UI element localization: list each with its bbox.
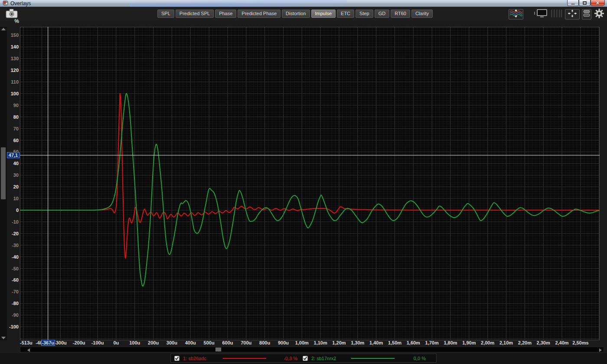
cursor-y-value: 47,1 xyxy=(7,152,20,158)
y-tick-label: 60 xyxy=(6,138,19,143)
tab-distortion[interactable]: Distortion xyxy=(282,10,310,18)
y-tick-label: 0 xyxy=(6,208,19,213)
tab-rt60[interactable]: RT60 xyxy=(391,10,410,18)
legend-trace-name: 1: sb26adc xyxy=(183,356,223,361)
y-tick-label: -70 xyxy=(6,289,19,294)
overlays-window: Overlays × SPLPredicted SPLPhasePredicte… xyxy=(0,0,607,364)
y-tick-label: 70 xyxy=(6,126,19,131)
y-tick-label: 90 xyxy=(6,103,19,108)
legend-trace-name: 2: sb17nrx2 xyxy=(311,356,351,361)
tab-step[interactable]: Step xyxy=(356,10,373,18)
trace-legend: 1: sb26adc-0,3 %2: sb17nrx20,0 % xyxy=(170,354,437,363)
y-tick-label: 120 xyxy=(6,68,19,73)
close-icon: × xyxy=(596,0,599,6)
y-tick-label: 140 xyxy=(6,44,19,49)
tab-phase[interactable]: Phase xyxy=(215,10,236,18)
y-tick-label: 10 xyxy=(6,196,19,201)
y-tick-label: -30 xyxy=(6,243,19,248)
tab-impulse[interactable]: Impulse xyxy=(311,10,336,18)
legend-trace-swatch xyxy=(223,358,266,359)
app-icon xyxy=(3,0,8,7)
align-overlays-button[interactable] xyxy=(509,9,523,20)
minimize-icon xyxy=(571,3,575,5)
minimize-button[interactable] xyxy=(567,0,579,6)
legend-bar: 1: sb26adc-0,3 %2: sb17nrx20,0 % xyxy=(0,353,607,364)
bars-icon xyxy=(550,9,562,20)
expand-arrows-icon xyxy=(567,10,578,19)
horizontal-scroll-thumb[interactable] xyxy=(215,348,221,351)
legend-checkbox-1[interactable] xyxy=(174,356,179,361)
legend-trace-swatch xyxy=(351,358,395,359)
legend-item-1: 1: sb26adc-0,3 % xyxy=(174,356,303,361)
legend-trace-value: -0,3 % xyxy=(266,356,297,361)
fit-to-window-button[interactable] xyxy=(565,9,580,20)
y-axis-unit: % xyxy=(10,18,19,24)
gear-icon[interactable] xyxy=(594,8,604,20)
trace-2 xyxy=(20,94,600,286)
y-tick-label: 80 xyxy=(6,114,19,120)
cursor-x-value: -367u xyxy=(41,340,55,346)
maximize-icon xyxy=(583,1,587,5)
y-tick-label: -100 xyxy=(6,324,19,329)
vertical-scroll-thumb[interactable] xyxy=(1,147,6,199)
legend-trace-value: 0,0 % xyxy=(395,356,426,361)
y-tick-label: -40 xyxy=(6,254,19,260)
y-tick-label: -10 xyxy=(6,219,19,224)
y-tick-label: 100 xyxy=(6,91,19,96)
panel-layout-button[interactable] xyxy=(582,9,591,20)
tab-spl[interactable]: SPL xyxy=(157,10,174,18)
graph-area: % 1501401301201101009080706050403020100-… xyxy=(0,21,607,353)
tab-gd[interactable]: GD xyxy=(375,10,390,18)
tab-etc[interactable]: ETC xyxy=(337,10,354,18)
panel-list-icon xyxy=(583,10,590,19)
overlay-traces-icon xyxy=(509,9,522,20)
y-tick-label: -60 xyxy=(6,277,19,283)
window-title: Overlays xyxy=(10,0,31,6)
titlebar-glass-glow xyxy=(130,0,347,7)
tab-predicted-phase[interactable]: Predicted Phase xyxy=(238,10,281,18)
y-tick-label: -90 xyxy=(6,312,19,318)
y-tick-label: 40 xyxy=(6,161,19,166)
tab-clarity[interactable]: Clarity xyxy=(411,10,433,18)
tab-predicted-spl[interactable]: Predicted SPL xyxy=(176,10,214,18)
impulse-plot[interactable] xyxy=(20,27,600,340)
view-tabs: SPLPredicted SPLPhasePredicted PhaseDist… xyxy=(157,10,433,18)
legend-item-2: 2: sb17nrx20,0 % xyxy=(303,356,431,361)
scroll-down-arrow[interactable] xyxy=(1,337,6,339)
close-button[interactable]: × xyxy=(591,0,605,6)
plot-border xyxy=(20,27,600,340)
y-tick-label: -50 xyxy=(6,266,19,271)
legend-checkbox-2[interactable] xyxy=(303,356,308,361)
y-tick-label: 150 xyxy=(6,32,19,38)
x-tick-label: 2,50ms xyxy=(568,340,593,345)
horizontal-scrollbar[interactable] xyxy=(20,347,604,352)
monitor-icon[interactable] xyxy=(534,9,548,20)
scroll-right-arrow[interactable] xyxy=(599,348,602,352)
y-tick-label: 110 xyxy=(6,79,19,84)
y-tick-label: 30 xyxy=(6,172,19,178)
scroll-up-arrow[interactable] xyxy=(1,28,6,30)
y-tick-label: -20 xyxy=(6,231,19,236)
maximize-button[interactable] xyxy=(579,0,591,6)
toolbar-right-icons xyxy=(509,9,604,20)
y-tick-label: -80 xyxy=(6,301,19,306)
y-tick-label: 20 xyxy=(6,184,19,189)
toolbar: SPLPredicted SPLPhasePredicted PhaseDist… xyxy=(0,7,607,21)
y-tick-label: 130 xyxy=(6,56,19,61)
scroll-left-arrow[interactable] xyxy=(27,348,30,352)
titlebar[interactable]: Overlays × xyxy=(0,0,607,7)
